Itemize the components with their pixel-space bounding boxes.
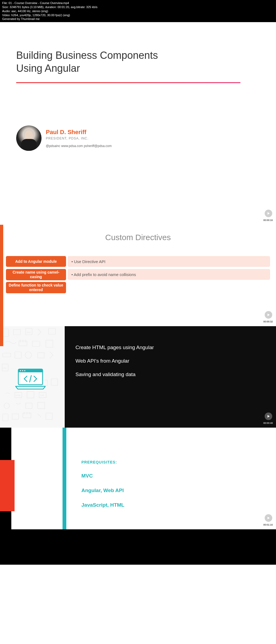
svg-point-31 — [22, 370, 23, 371]
svg-text:CSS: CSS — [3, 367, 7, 369]
red-block — [0, 460, 15, 511]
slide-prereq: PREREQUISITES: MVC Angular, Web API Java… — [0, 428, 276, 529]
dir-left-0: Add to Angular module — [6, 256, 66, 267]
svg-text:JPG: JPG — [26, 331, 31, 334]
bullet-2: Saving and validating data — [75, 372, 276, 377]
title-underline — [16, 82, 240, 83]
svg-rect-25 — [12, 414, 19, 419]
slide-author: Paul D. Sheriff PRESIDENT, PDSA, INC. @p… — [0, 123, 276, 225]
svg-rect-27 — [46, 413, 52, 420]
prereq-1: Angular, Web API — [81, 488, 124, 493]
svg-rect-18 — [27, 391, 34, 398]
footer-black — [0, 529, 276, 565]
orange-sidebar — [0, 225, 3, 346]
svg-rect-1 — [13, 329, 20, 335]
svg-rect-22 — [26, 403, 32, 408]
icon-panel: JPG CSS HTML EXE — [0, 326, 65, 428]
svg-text:HTML: HTML — [16, 394, 21, 396]
svg-point-10 — [25, 352, 32, 358]
author-block: Paul D. Sheriff PRESIDENT, PDSA, INC. @p… — [16, 123, 260, 151]
svg-rect-8 — [3, 353, 11, 357]
directives-title: Custom Directives — [0, 225, 276, 242]
timestamp: 00:00:16 — [263, 219, 273, 222]
svg-point-32 — [24, 370, 25, 371]
slide-create: JPG CSS HTML EXE — [0, 326, 276, 428]
video-line: Video: h264, yuv420p, 1280x720, 30.00 fp… — [2, 13, 274, 17]
svg-rect-24 — [3, 414, 8, 421]
dir-left-1: Create name using camel-casing — [6, 269, 66, 280]
file-line: File: 01 - Course Overview - Course Over… — [2, 1, 274, 5]
svg-rect-6 — [32, 341, 40, 346]
svg-rect-11 — [38, 353, 44, 358]
svg-text:EXE: EXE — [40, 394, 44, 396]
prereq-label: PREREQUISITES: — [81, 460, 124, 464]
author-avatar — [16, 125, 42, 151]
svg-rect-7 — [46, 340, 53, 347]
prereq-content: PREREQUISITES: MVC Angular, Web API Java… — [81, 428, 124, 529]
bullet-1: Web API's from Angular — [75, 358, 276, 364]
prereq-2: JavaScript, HTML — [81, 502, 124, 508]
timestamp: 00:01:16 — [263, 523, 273, 526]
slide-directives: Custom Directives Add to Angular module … — [0, 225, 276, 326]
laptop-code-icon — [15, 368, 46, 391]
video-metadata-header: File: 01 - Course Overview - Course Over… — [0, 0, 276, 22]
timestamp: 00:00:32 — [263, 320, 273, 323]
svg-rect-0 — [3, 329, 9, 336]
audio-line: Audio: aac, 44100 Hz, stereo (eng) — [2, 9, 274, 13]
generated-line: Generated by Thumbnail me — [2, 17, 274, 21]
dir-right-0: • Use Directive API — [68, 256, 270, 267]
svg-rect-9 — [15, 352, 21, 358]
dark-panel: Create HTML pages using Angular Web API'… — [65, 326, 276, 428]
author-title: PRESIDENT, PDSA, INC. — [46, 137, 112, 140]
slide-title: Building Business Components Using Angul… — [0, 22, 276, 123]
author-name: Paul D. Sheriff — [46, 129, 112, 136]
teal-stripe — [63, 428, 66, 529]
svg-point-30 — [20, 370, 21, 371]
author-contact: @pdsainc www.pdsa.com psheriff@pdsa.com — [46, 144, 112, 148]
author-info: Paul D. Sheriff PRESIDENT, PDSA, INC. @p… — [46, 129, 112, 148]
dir-right-1: • Add prefix to avoid name collisions — [68, 269, 270, 280]
dir-left-2: Define function to check value entered — [6, 282, 66, 293]
bullet-0: Create HTML pages using Angular — [75, 345, 276, 350]
svg-rect-4 — [49, 328, 56, 334]
svg-rect-23 — [38, 402, 45, 409]
directive-rows: Add to Angular module • Use Directive AP… — [0, 256, 276, 293]
course-title: Building Business Components Using Angul… — [16, 49, 260, 75]
prereq-0: MVC — [81, 473, 124, 479]
dir-row: Create name using camel-casing • Add pre… — [0, 269, 276, 280]
svg-rect-15 — [51, 379, 58, 385]
size-line: Size: 3248791 bytes (3.10 MiB), duration… — [2, 5, 274, 9]
timestamp: 00:00:48 — [263, 422, 273, 424]
svg-point-21 — [4, 403, 9, 408]
play-icon[interactable] — [265, 311, 272, 319]
dir-row: Define function to check value entered — [0, 282, 66, 293]
play-icon[interactable] — [265, 514, 272, 522]
svg-rect-29 — [18, 369, 43, 372]
dir-row: Add to Angular module • Use Directive AP… — [0, 256, 276, 267]
play-icon[interactable] — [265, 210, 272, 217]
